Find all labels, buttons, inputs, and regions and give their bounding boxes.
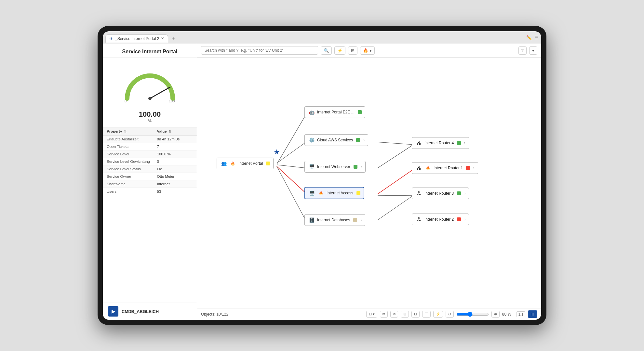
property-row-3: Service Level Gewichtung0 [103, 158, 197, 165]
svg-line-4 [277, 114, 306, 164]
prop-key: Service Level [107, 152, 157, 156]
robot-icon: 🤖 [308, 109, 315, 116]
property-row-1: Open Tickets7 [103, 143, 197, 150]
layout-button[interactable]: ⊟ ▾ [366, 311, 377, 318]
edit-icon[interactable]: ✏️ [526, 35, 532, 40]
webserver-icon: 🖥️ [308, 163, 315, 170]
node-internet-databases[interactable]: 🗄️ Internet Databases › [304, 214, 365, 226]
people-icon: 👥 [220, 160, 227, 167]
node-internet-webserver[interactable]: 🖥️ Internet Webserver › [304, 161, 366, 173]
copy-button[interactable]: ⧉ [380, 311, 388, 318]
main-content: Service Internet Portal [103, 44, 541, 320]
sidebar: Service Internet Portal [103, 44, 197, 320]
objects-label: Objects: 10/122 [201, 312, 228, 317]
svg-line-0 [150, 87, 170, 98]
list-button[interactable]: ☰ [422, 311, 431, 318]
prop-key: Service Owner [107, 175, 157, 178]
prop-key: Service Level Gewichtung [107, 160, 157, 163]
svg-line-8 [277, 166, 306, 221]
canvas-area[interactable]: ★ 👥 🔥 Internet Portal 🤖 Internet Portal … [197, 58, 541, 308]
cmdb-button[interactable]: ▶ CMDB_ABGLEICH [108, 306, 159, 317]
gauge-svg: 0 100 [121, 63, 179, 105]
prop-val: Otto Meier [157, 175, 193, 178]
tab-actions: ✏️ ☰ [526, 35, 539, 42]
svg-line-9 [378, 142, 413, 145]
status-databases [353, 218, 357, 222]
node-cloud-aws[interactable]: ⚙️ Cloud AWS Services › [304, 134, 368, 146]
cmdb-section: ▶ CMDB_ABGLEICH [103, 303, 197, 320]
zoom-out-button[interactable]: ⊖ [446, 311, 454, 318]
node-internet-router-3[interactable]: 🖧 Internet Router 3 › [412, 188, 469, 199]
svg-line-14 [378, 195, 413, 220]
svg-line-11 [378, 169, 413, 194]
prop-col-property: Property ⇅ [107, 129, 157, 133]
zoom-in-button[interactable]: ⊕ [491, 311, 500, 318]
paste-button[interactable]: ⧉ [390, 311, 398, 318]
pause-button[interactable]: ⏸ [528, 310, 537, 318]
status-e2e [358, 110, 362, 114]
node-internet-portal[interactable]: 👥 🔥 Internet Portal [217, 158, 274, 169]
node-label-router1: Internet Router 1 [434, 166, 463, 170]
arrow-databases: › [360, 218, 362, 222]
node-internet-router-2[interactable]: 🖧 Internet Router 2 › [412, 214, 469, 225]
cloud-icon: ⚙️ [308, 136, 315, 144]
more-button[interactable]: ▾ [529, 46, 537, 55]
gauge-wrapper: 0 100 [121, 63, 179, 106]
arrow-router4: › [464, 141, 465, 145]
device-inner: 👁 _Service Internet Portal 2 ✕ + ✏️ ☰ Se… [103, 31, 541, 320]
prop-key: ShortName [107, 182, 157, 186]
node-label-webserver: Internet Webserver [317, 164, 350, 169]
node-label-router4: Internet Router 4 [424, 141, 454, 145]
prop-key: Open Tickets [107, 145, 157, 149]
router4-icon: 🖧 [415, 139, 423, 147]
sort-icon-property[interactable]: ⇅ [124, 130, 127, 133]
router1-icon: 🖧 [415, 164, 423, 172]
status-router4 [457, 141, 461, 145]
properties-header: Property ⇅ Value ⇅ [103, 127, 197, 136]
node-label-e2e: Internet Portal E2E ... [317, 110, 355, 114]
status-router1 [466, 166, 470, 170]
filter2-button[interactable]: ⚡ [433, 311, 443, 318]
expand-button[interactable]: ⊞ [401, 311, 409, 318]
prop-col-value: Value ⇅ [157, 129, 193, 133]
property-row-5: Service OwnerOtto Meier [103, 173, 197, 180]
property-row-4: Service Level StatusOk [103, 165, 197, 173]
prop-val: Ok [157, 167, 193, 171]
search-button[interactable]: 🔍 [321, 46, 332, 55]
grid-button[interactable]: ⊞ [348, 46, 357, 55]
svg-point-1 [148, 97, 152, 100]
access-icon: 🖥️ [308, 189, 315, 197]
svg-text:100: 100 [169, 99, 175, 103]
cmdb-play-icon: ▶ [108, 306, 118, 317]
svg-line-6 [277, 165, 306, 168]
svg-line-7 [277, 166, 306, 193]
tab-close-icon[interactable]: ✕ [161, 36, 164, 41]
gauge-value: 100.00 [103, 110, 197, 119]
collapse-button[interactable]: ⊟ [411, 311, 420, 318]
prop-val: 100.0 % [157, 152, 193, 156]
svg-text:0: 0 [125, 99, 127, 103]
flame-dropdown-button[interactable]: 🔥 ▾ [360, 46, 375, 55]
node-label-internet-portal: Internet Portal [238, 161, 263, 166]
new-tab-button[interactable]: + [169, 35, 177, 42]
status-aws [356, 138, 360, 142]
help-button[interactable]: ? [518, 46, 527, 55]
flame-icon-router1: 🔥 [424, 164, 432, 172]
flame-icon-portal: 🔥 [229, 160, 236, 167]
bottom-bar: Objects: 10/122 ⊟ ▾ ⧉ ⧉ ⊞ ⊟ ☰ ⚡ ⊖ ⊕ 88 %… [197, 308, 541, 320]
menu-icon[interactable]: ☰ [534, 35, 539, 40]
node-internet-router-4[interactable]: 🖧 Internet Router 4 › [412, 137, 469, 149]
svg-line-10 [378, 145, 413, 168]
sort-icon-value[interactable]: ⇅ [168, 130, 171, 133]
tab-bar: 👁 _Service Internet Portal 2 ✕ + ✏️ ☰ [103, 31, 541, 44]
node-internet-router-1[interactable]: 🖧 🔥 Internet Router 1 › [412, 162, 478, 174]
zoom-slider[interactable] [456, 312, 489, 317]
star-badge: ★ [274, 148, 280, 156]
flame-icon-access: 🔥 [317, 189, 325, 197]
node-internet-portal-e2e[interactable]: 🤖 Internet Portal E2E ... [304, 106, 365, 118]
filter-button[interactable]: ⚡ [334, 46, 345, 55]
node-internet-access[interactable]: 🖥️ 🔥 Internet Access [304, 187, 364, 199]
prop-val: Internet [157, 182, 193, 186]
active-tab[interactable]: 👁 _Service Internet Portal 2 ✕ [105, 34, 168, 43]
search-input[interactable] [201, 46, 318, 55]
